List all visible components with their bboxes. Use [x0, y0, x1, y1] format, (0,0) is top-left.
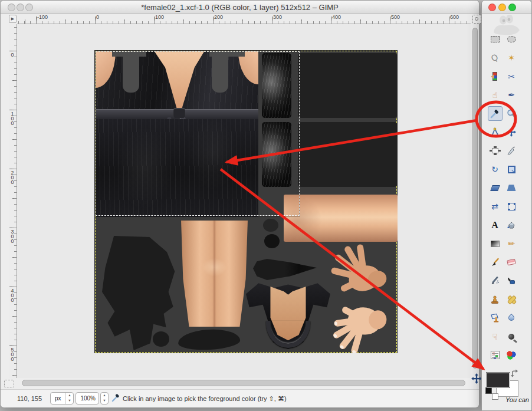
texture-small-circle-2	[264, 234, 280, 248]
zoom-icon	[507, 109, 516, 119]
perspective-tool[interactable]	[504, 180, 519, 195]
dodge-burn-icon	[508, 334, 514, 340]
unit-value: px	[55, 395, 61, 402]
color-balance-icon	[507, 351, 516, 360]
zoom-follow-window-toggle[interactable]	[472, 15, 481, 24]
heal-icon	[507, 295, 516, 304]
levels-tool[interactable]	[488, 348, 503, 363]
gradient-tool[interactable]	[488, 236, 503, 251]
gimp-image-window: *female02_1.xcf-1.0 (RGB color, 1 layer)…	[0, 0, 480, 407]
heal-tool[interactable]	[504, 292, 519, 307]
ruler-label: 300	[273, 14, 282, 20]
smudge-tool[interactable]: ☟	[488, 329, 503, 344]
rectangle-select-tool[interactable]	[488, 32, 503, 47]
foreground-color-swatch[interactable]	[486, 372, 510, 388]
move-tool[interactable]	[504, 125, 519, 140]
select-by-color-tool[interactable]	[488, 69, 503, 84]
clone-tool[interactable]	[488, 292, 503, 307]
texture-dark-panel-1	[298, 53, 398, 118]
pencil-icon: ✏	[508, 239, 515, 248]
ruler-label: 500	[391, 14, 400, 20]
free-select-tool[interactable]: Ϙ	[488, 51, 503, 65]
gimp-toolbox-window: Ϙ✶✂☝✒↻⇄A✏☟ You can	[481, 0, 532, 411]
ruler-label: -100	[37, 14, 48, 20]
flip-tool[interactable]: ⇄	[488, 199, 503, 214]
gradient-icon	[491, 241, 500, 247]
ruler-label: 300	[9, 229, 15, 243]
paintbrush-tool[interactable]	[488, 255, 503, 269]
align-tool[interactable]	[488, 143, 503, 158]
foreground-select-tool[interactable]: ☝	[488, 88, 503, 103]
pencil-tool[interactable]: ✏	[504, 236, 519, 251]
ink-icon	[507, 276, 516, 285]
statusbar: 110, 155 px ▲▼ 100% ▲▼ Click in any imag…	[1, 389, 479, 407]
airbrush-tool[interactable]	[488, 274, 503, 288]
levels-icon	[491, 351, 500, 359]
unit-selector[interactable]: px ▲▼	[50, 392, 74, 405]
horizontal-scrollbar-thumb[interactable]	[22, 380, 465, 386]
quick-mask-toggle[interactable]	[4, 380, 14, 387]
scale-tool[interactable]	[504, 162, 519, 177]
horizontal-ruler[interactable]: -1000100200300400500600	[17, 14, 471, 24]
select-by-color-icon	[492, 72, 497, 81]
flip-icon: ⇄	[491, 202, 498, 211]
perspective-clone-tool[interactable]	[488, 311, 503, 325]
foreground-select-icon: ☝	[492, 91, 498, 99]
paths-icon: ✒	[508, 91, 515, 99]
texture-arm-skin	[284, 195, 398, 242]
zoom-value: 100%	[80, 395, 96, 402]
scissors-select-tool[interactable]: ✂	[504, 69, 519, 84]
bucket-fill-tool[interactable]	[504, 218, 519, 232]
texture-small-circle-1	[263, 219, 278, 232]
paths-tool[interactable]: ✒	[504, 88, 519, 103]
dodge-burn-tool[interactable]	[504, 329, 519, 344]
free-select-icon: Ϙ	[490, 52, 500, 63]
ruler-label: 100	[9, 111, 15, 125]
toolbox-titlebar[interactable]	[482, 1, 531, 14]
texture-dark-sole	[178, 328, 241, 351]
toolbox-minimize-button[interactable]	[498, 4, 506, 11]
ink-tool[interactable]	[504, 274, 519, 288]
ruler-label: 600	[450, 14, 459, 20]
scissors-select-icon: ✂	[508, 73, 515, 81]
horizontal-scrollbar[interactable]	[21, 379, 469, 387]
default-colors-icon[interactable]	[485, 387, 498, 400]
fuzzy-select-tool[interactable]: ✶	[504, 51, 519, 65]
swap-colors-icon[interactable]	[510, 369, 519, 380]
ruler-label: 400	[9, 288, 15, 302]
zoom-spinner[interactable]: ▲▼	[100, 392, 109, 405]
ruler-origin-button[interactable]: ▶	[9, 15, 17, 23]
toolbox-zoom-button[interactable]	[508, 4, 516, 11]
ruler-label: 200	[9, 170, 15, 184]
color-balance-tool[interactable]	[504, 348, 519, 363]
zoom-tool[interactable]	[504, 106, 519, 121]
rotate-tool[interactable]: ↻	[488, 162, 503, 177]
color-picker-tool[interactable]	[488, 106, 503, 121]
measure-tool[interactable]	[488, 125, 503, 140]
paintbrush-icon	[490, 258, 500, 267]
toolbox-close-button[interactable]	[488, 4, 496, 11]
four-way-arrow-icon	[471, 373, 482, 384]
image-canvas[interactable]	[95, 51, 397, 353]
smudge-icon: ☟	[492, 333, 498, 341]
rotate-icon: ↻	[491, 165, 498, 173]
collar-leather-hem	[266, 321, 310, 348]
canvas-viewport[interactable]	[17, 24, 471, 378]
ellipse-select-tool[interactable]	[504, 32, 519, 47]
fuzzy-select-icon: ✶	[508, 54, 515, 62]
pan-navigation-button[interactable]	[471, 373, 482, 384]
vertical-ruler[interactable]: 0100200300400500	[9, 24, 17, 378]
unit-spinner[interactable]: ▲▼	[65, 393, 73, 404]
shear-tool[interactable]	[488, 180, 503, 195]
texture-dark-tapered-shape	[253, 259, 317, 280]
vertical-scrollbar[interactable]	[471, 25, 480, 374]
blur-sharpen-tool[interactable]	[504, 311, 519, 325]
eraser-tool[interactable]	[504, 255, 519, 269]
cage-transform-tool[interactable]	[504, 199, 519, 214]
zoom-level-field[interactable]: 100%	[75, 392, 99, 405]
titlebar[interactable]: *female02_1.xcf-1.0 (RGB color, 1 layer)…	[1, 1, 479, 14]
text-tool[interactable]: A	[488, 218, 503, 232]
shear-icon	[490, 185, 500, 191]
crop-tool[interactable]	[504, 143, 519, 158]
vertical-scrollbar-thumb[interactable]	[472, 28, 478, 369]
